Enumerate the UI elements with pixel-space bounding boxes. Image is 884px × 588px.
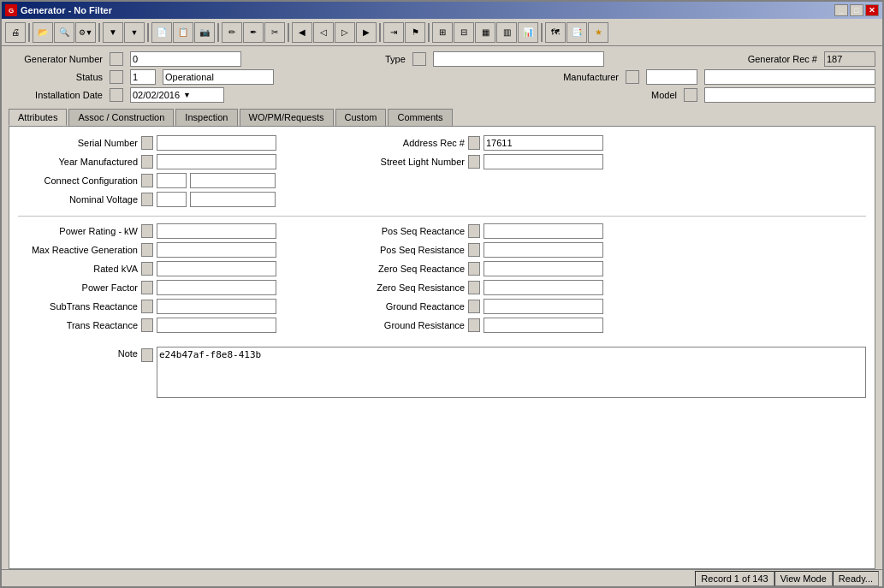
pos-seq-reactance-label: Pos Seq Reactance (345, 226, 465, 236)
ground-resistance-input[interactable] (484, 318, 603, 333)
zero-seq-resistance-indicator (468, 281, 480, 294)
grid2-icon[interactable]: ⊟ (454, 22, 474, 43)
generator-rec-input[interactable] (824, 51, 875, 67)
nominal-voltage-input1[interactable] (157, 192, 187, 207)
manufacturer-indicator (626, 70, 639, 84)
print-icon[interactable]: 🖨 (5, 22, 26, 43)
address-rec-row: Address Rec # (345, 135, 603, 151)
tab-wo-pm-requests[interactable]: WO/PM/Requests (240, 109, 334, 126)
year-manufactured-row: Year Manufactured (18, 154, 276, 169)
config-icon[interactable]: ⚙▼ (75, 22, 96, 43)
note-input[interactable]: e24b47af-f8e8-413b (157, 347, 866, 398)
star-icon[interactable]: ★ (588, 22, 608, 43)
street-light-number-input[interactable] (484, 154, 603, 169)
zero-seq-resistance-input[interactable] (484, 280, 603, 295)
toolbar-sep-3 (147, 23, 149, 42)
tab-assoc-construction[interactable]: Assoc / Construction (68, 109, 174, 126)
generator-number-input[interactable] (130, 51, 241, 67)
manufacturer-input1[interactable] (646, 69, 697, 85)
prev2-icon[interactable]: ◀ (292, 22, 312, 43)
tab-attributes[interactable]: Attributes (9, 109, 67, 126)
trans-reactance-indicator (141, 318, 153, 332)
calendar-icon[interactable]: ▼ (183, 91, 191, 99)
ground-reactance-label: Ground Reactance (345, 301, 465, 312)
rated-kva-input[interactable] (157, 261, 276, 276)
ground-reactance-input[interactable] (484, 299, 603, 314)
pencil-icon[interactable]: ✒ (243, 22, 264, 43)
type-input[interactable] (433, 51, 604, 67)
power-factor-input[interactable] (157, 280, 276, 295)
year-manufactured-indicator (141, 155, 153, 169)
window-controls: _ □ ✕ (834, 4, 879, 16)
status-text-input[interactable] (163, 69, 274, 85)
status-num-input[interactable] (130, 69, 156, 85)
ground-resistance-indicator (468, 318, 480, 332)
note-indicator (141, 348, 153, 362)
connect-config-input2[interactable] (190, 173, 276, 188)
header-row-2: Status Manufacturer (9, 69, 875, 85)
serial-number-label: Serial Number (18, 138, 138, 148)
flag-icon[interactable]: ⚑ (405, 22, 425, 43)
open-icon[interactable]: 📂 (33, 22, 53, 43)
filter-icon[interactable]: ▼ (103, 22, 123, 43)
camera-icon[interactable]: 📷 (194, 22, 215, 43)
power-rating-input[interactable] (157, 223, 276, 239)
next-icon[interactable]: ▷ (335, 22, 355, 43)
installation-date-label: Installation Date (9, 90, 103, 100)
serial-number-indicator (141, 136, 153, 150)
report-icon[interactable]: 📑 (567, 22, 587, 43)
serial-number-input[interactable] (157, 135, 276, 151)
year-manufactured-input[interactable] (157, 154, 276, 169)
main-window: G Generator - No Filter _ □ ✕ 🖨 📂 🔍 ⚙▼ ▼… (0, 0, 884, 588)
new-icon[interactable]: 📋 (173, 22, 193, 43)
max-reactive-input[interactable] (157, 242, 276, 258)
grid4-icon[interactable]: ▥ (496, 22, 517, 43)
section-divider (18, 216, 866, 217)
grid3-icon[interactable]: ▦ (475, 22, 495, 43)
tab-inspection[interactable]: Inspection (175, 109, 237, 126)
nominal-voltage-input2[interactable] (190, 192, 276, 207)
generator-number-label: Generator Number (9, 54, 103, 64)
title-bar: G Generator - No Filter _ □ ✕ (2, 2, 882, 19)
map-icon[interactable]: 🗺 (545, 22, 566, 43)
doc-icon[interactable]: 📄 (151, 22, 172, 43)
edit-icon[interactable]: ✏ (222, 22, 242, 43)
manufacturer-label: Manufacturer (563, 72, 619, 82)
connect-config-input1[interactable] (157, 173, 187, 188)
subtrans-reactance-label: SubTrans Reactance (18, 301, 138, 312)
year-manufactured-label: Year Manufactured (18, 157, 138, 167)
scissors-icon[interactable]: ✂ (264, 22, 285, 43)
maximize-button[interactable]: □ (850, 4, 863, 16)
next2-icon[interactable]: ▶ (356, 22, 377, 43)
toolbar: 🖨 📂 🔍 ⚙▼ ▼ ▼ 📄 📋 📷 ✏ ✒ ✂ ◀ ◁ ▷ ▶ ⇥ ⚑ ⊞ ⊟… (2, 19, 882, 46)
tab-custom[interactable]: Custom (335, 109, 387, 126)
zero-seq-reactance-row: Zero Seq Reactance (345, 261, 603, 276)
subtrans-reactance-input[interactable] (157, 299, 276, 314)
chart-icon[interactable]: 📊 (518, 22, 538, 43)
tab-comments[interactable]: Comments (388, 109, 452, 126)
note-row: Note e24b47af-f8e8-413b (18, 347, 866, 398)
toolbar-sep-5 (288, 23, 289, 42)
rated-kva-row: Rated kVA (18, 261, 276, 276)
trans-reactance-input[interactable] (157, 318, 276, 333)
model-input[interactable] (704, 87, 875, 103)
trans-reactance-label: Trans Reactance (18, 320, 138, 330)
close-button[interactable]: ✕ (865, 4, 879, 16)
pos-seq-reactance-input[interactable] (484, 223, 603, 239)
address-rec-input[interactable] (484, 135, 603, 151)
filter-config-icon[interactable]: ▼ (124, 22, 145, 43)
installation-date-indicator (110, 88, 123, 102)
toolbar-sep-2 (98, 23, 100, 42)
jump-icon[interactable]: ⇥ (383, 22, 404, 43)
search-icon[interactable]: 🔍 (54, 22, 74, 43)
pos-seq-resistance-input[interactable] (484, 242, 603, 258)
manufacturer-input2[interactable] (704, 69, 875, 85)
prev-icon[interactable]: ◁ (313, 22, 334, 43)
power-rating-label: Power Rating - kW (18, 226, 138, 236)
minimize-button[interactable]: _ (834, 4, 848, 16)
zero-seq-reactance-input[interactable] (484, 261, 603, 276)
pos-seq-reactance-row: Pos Seq Reactance (345, 223, 603, 239)
grid1-icon[interactable]: ⊞ (432, 22, 453, 43)
connect-config-indicator (141, 174, 153, 187)
toolbar-sep-1 (28, 23, 30, 42)
